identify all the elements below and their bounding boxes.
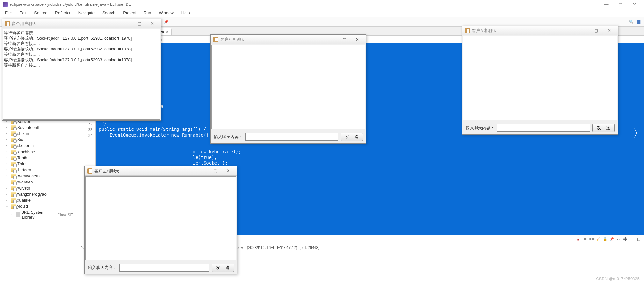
display-console-icon[interactable]: ▭ [616, 236, 621, 242]
chat-input[interactable] [119, 264, 209, 272]
tree-item: ›shixun [0, 130, 78, 137]
java-app-icon [87, 168, 92, 174]
window-close[interactable]: ✕ [351, 36, 364, 43]
tree-item: ›sixteenth [0, 143, 78, 149]
chat-window-3[interactable]: 客户互相聊天 — ▢ ✕ 输入聊天内容： 发 送 [462, 26, 618, 135]
menu-project[interactable]: Project [120, 10, 139, 16]
menu-help[interactable]: Help [178, 10, 193, 16]
window-minimize[interactable]: — [577, 27, 590, 34]
chat-log[interactable] [463, 36, 617, 120]
chat-input-label: 输入聊天内容： [466, 125, 495, 131]
menu-refactor[interactable]: Refactor [52, 10, 74, 16]
menubar: File Edit Source Refactor Navigate Searc… [0, 9, 644, 17]
chat-titlebar[interactable]: 客户互相聊天 — ▢ ✕ [211, 35, 366, 44]
send-button[interactable]: 发 送 [592, 124, 615, 132]
menu-source[interactable]: Source [31, 10, 50, 16]
chat-window-2[interactable]: 客户互相聊天 — ▢ ✕ 输入聊天内容： 发 送 [210, 34, 366, 144]
server-window-titlebar[interactable]: 多个用户聊天 — ▢ ✕ [2, 19, 161, 28]
remove-all-icon[interactable]: ✖✖ [589, 236, 595, 242]
chat-footer: 输入聊天内容： 发 送 [462, 121, 618, 134]
chat-titlebar[interactable]: 客户互相聊天 — ▢ ✕ [85, 166, 237, 176]
folder-icon [11, 186, 16, 190]
java-app-icon [5, 21, 10, 26]
close-tab-icon[interactable]: × [166, 30, 168, 34]
pin-console-icon[interactable]: 📌 [609, 236, 615, 242]
pin-icon[interactable]: 📌 [163, 19, 170, 25]
folder-icon [11, 162, 16, 166]
server-log[interactable]: 等待新客户连接...... 客户端连接成功。Socket[addr=/127.0… [3, 29, 160, 120]
server-window[interactable]: 多个用户聊天 — ▢ ✕ 等待新客户连接...... 客户端连接成功。Socke… [2, 19, 161, 121]
menu-navigate[interactable]: Navigate [75, 10, 98, 16]
tree-item: ›twlveth [0, 185, 78, 191]
menu-file[interactable]: File [2, 10, 15, 16]
chat-title: 客户互相聊天 [472, 28, 577, 34]
window-maximize[interactable]: ▢ [613, 0, 627, 9]
open-console-icon[interactable]: ➕ [622, 236, 628, 242]
tree-item: ›thirteen [0, 167, 78, 173]
chat-input[interactable] [245, 133, 338, 141]
java-app-icon [465, 28, 470, 33]
window-minimize[interactable]: — [325, 36, 338, 43]
tree-item: ›xuanke [0, 197, 78, 203]
java-app-icon [213, 37, 218, 42]
tree-item: ›Third [0, 161, 78, 167]
chat-title: 客户互相聊天 [94, 168, 196, 174]
send-button[interactable]: 发 送 [341, 133, 363, 141]
window-title: eclipse-workspace - yiduid/src/yiduid/ke… [10, 2, 599, 7]
folder-icon [11, 150, 16, 154]
window-maximize[interactable]: ▢ [133, 20, 146, 27]
tree-item: ›Seventeenth [0, 124, 78, 130]
tree-item: ›twentyth [0, 179, 78, 185]
tree-item: ›twentyoneth [0, 173, 78, 179]
window-maximize[interactable]: ▢ [338, 36, 351, 43]
send-button[interactable]: 发 送 [212, 264, 234, 272]
chat-log[interactable] [211, 45, 365, 129]
library-icon [16, 212, 20, 217]
eclipse-icon [3, 2, 8, 7]
folder-icon [11, 168, 16, 172]
window-minimize[interactable]: — [599, 0, 613, 9]
menu-edit[interactable]: Edit [16, 10, 30, 16]
chat-log[interactable] [85, 176, 236, 260]
folder-icon [11, 138, 16, 142]
min-icon[interactable]: — [629, 236, 635, 242]
clear-icon[interactable]: 🧹 [596, 236, 601, 242]
code-bottom[interactable]: = new kehuframe(); le(true); ientSocket(… [190, 148, 644, 167]
folder-icon [11, 180, 16, 184]
remove-launch-icon[interactable]: ✖ [582, 236, 588, 242]
folder-icon [11, 174, 16, 178]
window-maximize[interactable]: ▢ [590, 27, 603, 34]
window-maximize[interactable]: ▢ [209, 167, 222, 175]
chat-titlebar[interactable]: 客户互相聊天 — ▢ ✕ [462, 26, 618, 35]
folder-icon [11, 131, 16, 136]
window-close[interactable]: ✕ [222, 167, 235, 175]
menu-search[interactable]: Search [99, 10, 119, 16]
window-close[interactable]: ✕ [603, 27, 615, 34]
folder-icon [11, 198, 16, 203]
chat-footer: 输入聊天内容： 发 送 [211, 130, 366, 143]
tree-item: ›tanchishe [0, 149, 78, 155]
menu-window[interactable]: Window [156, 10, 177, 16]
folder-icon [11, 156, 16, 160]
scroll-lock-icon[interactable]: 🔒 [602, 236, 608, 242]
chat-window-1[interactable]: 客户互相聊天 — ▢ ✕ 输入聊天内容： 发 送 [84, 166, 237, 274]
chat-input[interactable] [497, 124, 590, 132]
window-minimize[interactable]: — [120, 20, 133, 27]
chat-input-label: 输入聊天内容： [214, 134, 243, 140]
terminate-icon[interactable]: ■ [575, 236, 581, 242]
tree-item: ›Tenth [0, 155, 78, 161]
window-close[interactable]: ✕ [146, 20, 158, 27]
chat-input-label: 输入聊天内容： [88, 265, 117, 271]
menu-run[interactable]: Run [141, 10, 155, 16]
expand-arrow-icon[interactable]: 〉 [633, 126, 643, 140]
tree-item-library: ›JRE System Library [JavaSE... [0, 209, 78, 220]
perspective-java-icon[interactable] [636, 19, 642, 25]
window-close[interactable]: ✕ [627, 0, 641, 9]
folder-icon [11, 192, 16, 197]
quick-access-icon[interactable]: 🔍 [628, 19, 634, 25]
server-window-title: 多个用户聊天 [12, 21, 120, 26]
watermark: CSDN @m0_74250325 [596, 276, 640, 281]
max-icon[interactable]: ▢ [636, 236, 641, 242]
folder-icon [11, 144, 16, 148]
window-minimize[interactable]: — [196, 167, 209, 175]
